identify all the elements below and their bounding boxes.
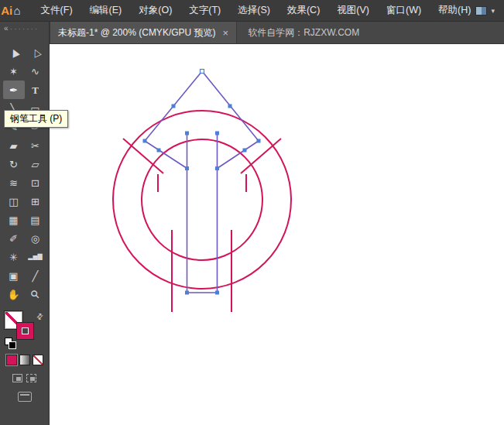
column-graph-tool[interactable]: ▂▅▇	[25, 248, 46, 266]
eraser-tool[interactable]: ▰	[3, 136, 25, 155]
eyedropper-tool[interactable]: ✐	[3, 229, 25, 248]
tab-close-icon[interactable]: ×	[223, 28, 229, 38]
type-tool-icon: T	[32, 85, 39, 95]
menu-view[interactable]: 视图(V)	[332, 1, 374, 20]
pen-tool[interactable]: ✒	[3, 81, 25, 99]
shape-builder-tool-icon: ◫	[9, 197, 18, 207]
lasso-tool-icon: ∿	[31, 67, 39, 77]
tools-panel: « ······· ▶ ▷ ✶ ∿ ✒ T ╲ ▭ ✎ ✏ ▰ ✂ ↻ ▱ ≋ …	[0, 22, 50, 425]
chevron-down-icon: ▾	[491, 7, 495, 15]
menu-object[interactable]: 对象(O)	[134, 1, 177, 20]
scissors-tool-icon: ✂	[31, 141, 39, 151]
default-stroke-mini	[9, 341, 16, 349]
menu-items: 文件(F) 编辑(E) 对象(O) 文字(T) 选择(S) 效果(C) 视图(V…	[36, 1, 476, 20]
color-mode-buttons	[6, 355, 43, 365]
crimson-circles-group[interactable]	[113, 111, 291, 289]
tabbar-right-text: 软件自学网：RJZXW.COM	[237, 22, 370, 43]
menu-window[interactable]: 窗口(W)	[382, 1, 426, 20]
drawing-mode-buttons	[12, 374, 36, 382]
home-icon[interactable]: ⌂	[14, 4, 21, 17]
menu-bar: Ai ⌂ 文件(F) 编辑(E) 对象(O) 文字(T) 选择(S) 效果(C)…	[0, 0, 504, 22]
draw-behind-glyph	[30, 377, 35, 381]
gradient-tool[interactable]: ▤	[25, 211, 46, 229]
mesh-tool-icon: ▦	[9, 215, 18, 225]
default-fill-stroke-icon[interactable]	[5, 338, 17, 348]
column-graph-tool-icon: ▂▅▇	[28, 254, 42, 260]
scale-tool-icon: ▱	[32, 159, 39, 170]
selection-tool[interactable]: ▶	[3, 43, 25, 62]
blend-tool[interactable]: ◎	[25, 229, 46, 248]
blend-tool-icon: ◎	[31, 234, 39, 244]
artwork-svg	[50, 44, 504, 425]
hand-tool[interactable]: ✋	[3, 285, 25, 303]
screen-mode-glyph	[20, 394, 29, 396]
color-button[interactable]	[6, 355, 17, 365]
gradient-button[interactable]	[19, 355, 30, 365]
scissors-tool[interactable]: ✂	[25, 136, 46, 155]
draw-behind-button[interactable]	[26, 374, 36, 382]
magic-wand-tool-icon: ✶	[9, 67, 18, 77]
menu-type[interactable]: 文字(T)	[184, 1, 225, 20]
rotate-tool-icon: ↻	[9, 159, 18, 170]
none-button[interactable]	[33, 355, 43, 365]
panel-grip[interactable]: ·······	[10, 26, 39, 33]
mesh-tool[interactable]: ▦	[3, 211, 25, 229]
menu-help[interactable]: 帮助(H)	[434, 1, 475, 20]
width-tool-icon: ≋	[9, 178, 18, 188]
zoom-tool[interactable]: ⚲	[25, 285, 46, 303]
app-logo-ai[interactable]: Ai	[0, 4, 14, 17]
stroke-swatch[interactable]	[16, 322, 34, 340]
selection-tool-icon: ▶	[7, 47, 19, 59]
artboard-tool-icon: ▣	[9, 271, 18, 281]
eraser-tool-icon: ▰	[10, 141, 18, 151]
symbol-sprayer-tool[interactable]: ✳	[3, 248, 25, 266]
artboard-tool[interactable]: ▣	[3, 266, 25, 285]
hand-tool-icon: ✋	[7, 290, 19, 300]
width-tool[interactable]: ≋	[3, 173, 25, 192]
document-tab-title: 未标题-1* @ 200% (CMYK/GPU 预览)	[58, 26, 216, 39]
direct-selection-tool[interactable]: ▷	[25, 43, 46, 62]
collapse-panel-icon[interactable]: «	[4, 24, 9, 33]
slice-tool[interactable]: ╱	[25, 266, 46, 285]
draw-normal-button[interactable]	[12, 374, 22, 382]
zoom-tool-icon: ⚲	[29, 287, 42, 300]
slice-tool-icon: ╱	[33, 271, 39, 281]
shape-builder-tool[interactable]: ◫	[3, 192, 25, 211]
free-transform-tool-icon: ⊡	[31, 178, 39, 188]
perspective-grid-tool-icon: ⊞	[31, 197, 39, 207]
stroke-swatch-hole	[22, 327, 29, 334]
gradient-tool-icon: ▤	[30, 215, 39, 225]
workspace-switcher[interactable]: ▾	[475, 6, 495, 15]
free-transform-tool[interactable]: ⊡	[25, 173, 46, 192]
swap-fill-stroke-icon[interactable]: ⇄	[34, 311, 45, 322]
menu-edit[interactable]: 编辑(E)	[85, 1, 127, 20]
draw-normal-glyph	[16, 377, 21, 381]
eyedropper-tool-icon: ✐	[9, 234, 18, 244]
symbol-sprayer-tool-icon: ✳	[9, 252, 18, 262]
magic-wand-tool[interactable]: ✶	[3, 62, 25, 81]
canvas[interactable]	[50, 44, 504, 425]
menu-select[interactable]: 选择(S)	[233, 1, 275, 20]
pen-tool-tooltip: 钢笔工具 (P)	[4, 110, 68, 128]
workspace-icon	[475, 6, 487, 15]
tools-grid: ▶ ▷ ✶ ∿ ✒ T ╲ ▭ ✎ ✏ ▰ ✂ ↻ ▱ ≋ ⊡ ◫ ⊞ ▦ ▤ …	[3, 43, 46, 303]
perspective-grid-tool[interactable]: ⊞	[25, 192, 46, 211]
direct-selection-tool-icon: ▷	[29, 47, 41, 59]
fill-stroke-control: ⇄	[3, 311, 46, 348]
menu-effect[interactable]: 效果(C)	[283, 1, 324, 20]
screen-mode-button[interactable]	[18, 392, 32, 402]
type-tool[interactable]: T	[25, 81, 46, 99]
pen-tool-icon: ✒	[9, 85, 18, 95]
menu-file[interactable]: 文件(F)	[36, 1, 77, 20]
document-tab-bar: 未标题-1* @ 200% (CMYK/GPU 预览) × 软件自学网：RJZX…	[50, 22, 504, 44]
document-tab[interactable]: 未标题-1* @ 200% (CMYK/GPU 预览) ×	[50, 22, 237, 43]
rotate-tool[interactable]: ↻	[3, 155, 25, 173]
scale-tool[interactable]: ▱	[25, 155, 46, 173]
lasso-tool[interactable]: ∿	[25, 62, 46, 81]
